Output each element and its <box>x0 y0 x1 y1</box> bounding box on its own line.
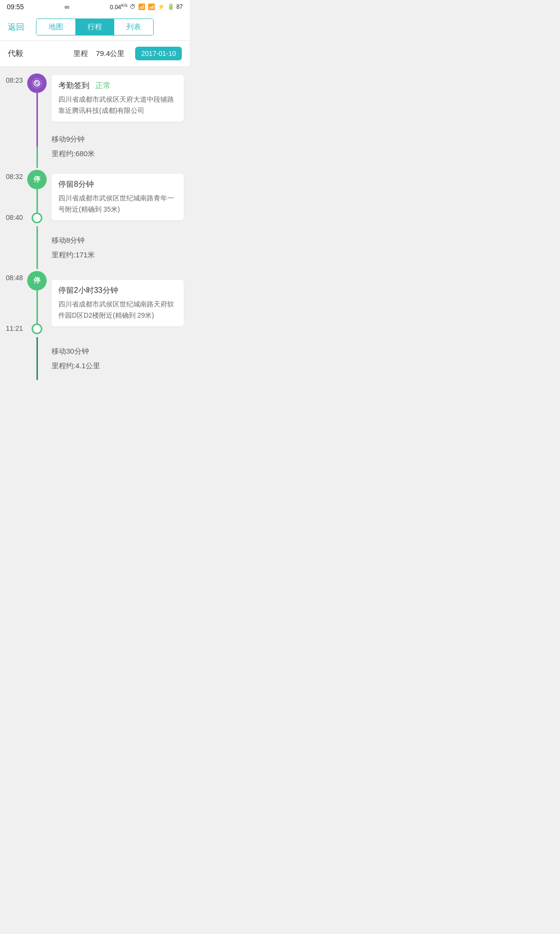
move-line-3 <box>26 337 48 380</box>
nav-tabs: 地图 行程 列表 <box>36 18 154 36</box>
signal-icon: 📶 <box>148 3 155 10</box>
move-content-2: 移动8分钟 里程约:171米 <box>48 226 190 269</box>
event-stop-2: 08:48 11:21 停 停留2小时33分钟 四川省成都市武侯区世纪城南路天府… <box>0 269 190 337</box>
card-stop-1: 停留8分钟 四川省成都市武侯区世纪城南路青年一号附近(精确到 35米) <box>52 174 184 220</box>
status-time: 09:55 <box>7 3 24 11</box>
move-1: 移动9分钟 里程约:680米 <box>0 125 190 168</box>
move-line-2 <box>26 226 48 269</box>
dot-stop-1: 停 <box>27 170 47 189</box>
dot-small-stop-2 <box>32 323 42 334</box>
network-speed: 0.04K/s <box>110 3 127 11</box>
dot-small-stop-1 <box>32 213 42 223</box>
middle-col-stop-1: 停 <box>26 168 48 226</box>
move-distance-2: 里程约:171米 <box>52 248 184 262</box>
card-address-checkin: 四川省成都市武侯区天府大道中段辅路靠近腾讯科技(成都)有限公司 <box>58 94 177 116</box>
move-duration-3: 移动30分钟 <box>52 344 184 359</box>
move-distance-3: 里程约:4.1公里 <box>52 359 184 373</box>
event-stop-1: 08:32 08:40 停 停留8分钟 四川省成都市武侯区世纪城南路青年一号附近… <box>0 168 190 226</box>
move-3: 移动30分钟 里程约:4.1公里 <box>0 337 190 380</box>
date-badge: 2017-01-10 <box>135 47 182 60</box>
info-bar: 代毅 里程 79.4公里 2017-01-10 <box>0 41 190 67</box>
mileage-value: 79.4公里 <box>96 49 124 58</box>
time-start-stop-2: 08:48 <box>6 269 26 282</box>
card-title-checkin: 考勤签到 正常 <box>58 81 177 91</box>
tab-map[interactable]: 地图 <box>36 19 75 35</box>
fingerprint-icon <box>32 78 42 89</box>
status-right: 0.04K/s ⏱ 📶 📶 ⚡ 🔋 87 <box>110 3 183 11</box>
line-move-1-bottom <box>36 146 38 168</box>
time-col-stop-1: 08:32 08:40 <box>0 168 26 226</box>
move-line-1 <box>26 125 48 168</box>
move-content-3: 移动30分钟 里程约:4.1公里 <box>48 337 190 380</box>
back-button[interactable]: 返回 <box>8 21 32 33</box>
svg-point-0 <box>32 78 42 88</box>
wifi-icon: 📶 <box>138 3 145 10</box>
card-col-stop-2: 停留2小时33分钟 四川省成都市武侯区世纪城南路天府软件园D区D2楼附近(精确到… <box>48 269 190 337</box>
middle-col-checkin <box>26 72 48 125</box>
time-end-stop-2: 11:21 <box>6 324 26 337</box>
tab-trip[interactable]: 行程 <box>75 19 114 35</box>
time-start-stop-1: 08:32 <box>6 168 26 180</box>
card-col-stop-1: 停留8分钟 四川省成都市武侯区世纪城南路青年一号附近(精确到 35米) <box>48 168 190 226</box>
line-stop-1-mid <box>36 189 38 213</box>
card-col-checkin: 考勤签到 正常 四川省成都市武侯区天府大道中段辅路靠近腾讯科技(成都)有限公司 <box>48 72 190 125</box>
timeline: 08:23 考勤签到 正常 四川省成都市武侯区天府大道中段辅路靠近 <box>0 67 190 385</box>
move-duration-2: 移动8分钟 <box>52 233 184 248</box>
move-distance-1: 里程约:680米 <box>52 146 184 161</box>
card-address-stop-2: 四川省成都市武侯区世纪城南路天府软件园D区D2楼附近(精确到 29米) <box>58 299 177 321</box>
mileage-label: 里程 <box>73 49 88 58</box>
svg-point-2 <box>35 82 38 85</box>
event-checkin: 08:23 考勤签到 正常 四川省成都市武侯区天府大道中段辅路靠近 <box>0 72 190 125</box>
card-title-stop-2: 停留2小时33分钟 <box>58 286 177 296</box>
card-address-stop-1: 四川省成都市武侯区世纪城南路青年一号附近(精确到 35米) <box>58 193 177 215</box>
status-bar: 09:55 ∞ 0.04K/s ⏱ 📶 📶 ⚡ 🔋 87 <box>0 0 190 14</box>
time-col-stop-2: 08:48 11:21 <box>0 269 26 337</box>
line-move-3 <box>36 337 38 380</box>
driver-name: 代毅 <box>8 49 23 59</box>
tab-list[interactable]: 列表 <box>114 19 153 35</box>
clock-icon: ⏱ <box>130 3 136 10</box>
time-end-stop-1: 08:40 <box>6 214 26 226</box>
card-title-stop-1: 停留8分钟 <box>58 180 177 190</box>
nav-header: 返回 地图 行程 列表 <box>0 14 190 41</box>
card-stop-2: 停留2小时33分钟 四川省成都市武侯区世纪城南路天府软件园D区D2楼附近(精确到… <box>52 280 184 326</box>
status-infinity-icon: ∞ <box>64 3 69 11</box>
status-normal: 正常 <box>95 81 111 90</box>
battery-icon: 🔋 87 <box>167 3 183 10</box>
dot-stop-2: 停 <box>27 271 47 290</box>
charging-icon: ⚡ <box>158 3 165 10</box>
line-move-2 <box>36 226 38 269</box>
time-col-checkin: 08:23 <box>0 72 26 125</box>
move-content-1: 移动9分钟 里程约:680米 <box>48 125 190 168</box>
middle-col-stop-2: 停 <box>26 269 48 337</box>
dot-checkin <box>27 73 47 93</box>
move-2: 移动8分钟 里程约:171米 <box>0 226 190 269</box>
time-start-checkin: 08:23 <box>6 72 26 84</box>
line-checkin <box>36 93 38 125</box>
card-checkin: 考勤签到 正常 四川省成都市武侯区天府大道中段辅路靠近腾讯科技(成都)有限公司 <box>52 75 184 122</box>
line-stop-2-mid <box>36 290 38 323</box>
move-duration-1: 移动9分钟 <box>52 132 184 146</box>
line-move-1-top <box>36 125 38 146</box>
